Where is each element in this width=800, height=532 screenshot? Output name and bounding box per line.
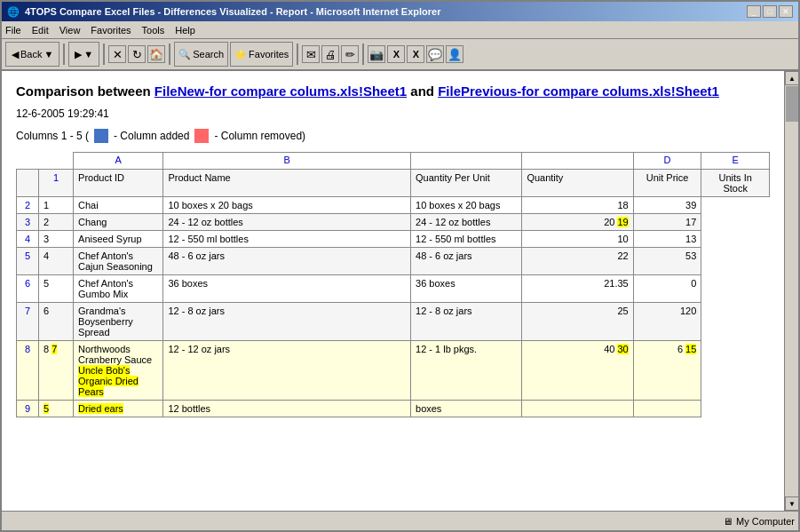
menu-favorites[interactable]: Favorites bbox=[91, 25, 131, 36]
row-3-d-value: 20 bbox=[604, 217, 617, 227]
toolbar-separator bbox=[63, 44, 65, 65]
table-row: 8 8 7 Northwoods Cranberry Sauce Uncle B… bbox=[17, 341, 770, 401]
back-arrow-icon: ◀ bbox=[12, 49, 19, 60]
row-4-e: 13 bbox=[633, 231, 701, 248]
menu-file[interactable]: File bbox=[5, 25, 21, 36]
column-name-row: 1 Product ID Product Name Quantity Per U… bbox=[17, 170, 770, 197]
icon-b1[interactable]: X bbox=[387, 45, 405, 63]
row-9-e bbox=[633, 401, 701, 417]
col-e-header: E bbox=[701, 153, 770, 170]
row-4-c2: 12 - 550 ml bottles bbox=[411, 231, 522, 248]
status-bar: 🖥 My Computer bbox=[2, 511, 798, 530]
units-in-stock-header: Units In Stock bbox=[701, 170, 770, 197]
scroll-down-button[interactable]: ▼ bbox=[785, 496, 798, 511]
page-title: Comparison between FileNew-for compare c… bbox=[16, 82, 770, 100]
row-4-d: 10 bbox=[522, 231, 633, 248]
menu-help[interactable]: Help bbox=[175, 25, 195, 36]
row-3-d-highlight: 19 bbox=[617, 217, 628, 227]
row-8-a: 8 7 bbox=[39, 341, 74, 401]
legend-added-text: - Column added bbox=[114, 130, 189, 142]
table-row: 7 6 Grandma's Boysenberry Spread 12 - 8 … bbox=[17, 303, 770, 341]
row-3-c1: 24 - 12 oz bottles bbox=[163, 214, 411, 231]
forward-dropdown-icon: ▼ bbox=[83, 49, 93, 60]
status-right: 🖥 My Computer bbox=[723, 516, 795, 527]
quantity-header: Quantity bbox=[522, 170, 633, 197]
row-5-d: 22 bbox=[522, 248, 633, 275]
table-row: 5 4 Chef Anton's Cajun Seasoning 48 - 6 … bbox=[17, 248, 770, 275]
row-6-a: 5 bbox=[39, 275, 74, 303]
comparison-prefix: Comparison between bbox=[16, 83, 154, 99]
toolbar-separator-5 bbox=[362, 44, 364, 65]
table-row: 9 5 Dried ears 12 bottles boxes bbox=[17, 401, 770, 417]
row-9-c2: boxes bbox=[411, 401, 522, 417]
row-4-c1: 12 - 550 ml bottles bbox=[163, 231, 411, 248]
row-4-a: 3 bbox=[39, 231, 74, 248]
scroll-up-button[interactable]: ▲ bbox=[785, 71, 798, 85]
stop-button[interactable]: ✕ bbox=[108, 45, 126, 63]
search-icon: 🔍 bbox=[178, 49, 191, 60]
file-new-link[interactable]: FileNew-for compare colums.xls!Sheet1 bbox=[154, 83, 407, 99]
media-button[interactable]: 📷 bbox=[368, 45, 385, 63]
minimize-button[interactable]: _ bbox=[747, 5, 761, 18]
row-8-d-highlight: 30 bbox=[617, 344, 628, 354]
row-6-e: 0 bbox=[633, 275, 701, 303]
window-controls: _ □ ✕ bbox=[747, 5, 793, 18]
row-7-e: 120 bbox=[633, 303, 701, 341]
row-9-c1: 12 bottles bbox=[163, 401, 411, 417]
menu-view[interactable]: View bbox=[59, 25, 81, 36]
row-3-b: Chang bbox=[74, 214, 163, 231]
mail-button[interactable]: ✉ bbox=[302, 45, 320, 63]
row-8-a-value: 8 bbox=[44, 344, 51, 354]
app-icon: 🌐 bbox=[7, 6, 20, 18]
toolbar-separator-3 bbox=[169, 44, 170, 65]
toolbar-separator-2 bbox=[103, 44, 105, 65]
title-bar: 🌐 4TOPS Compare Excel Files - Difference… bbox=[2, 2, 798, 21]
favorites-button[interactable]: ⭐ Favorites bbox=[230, 42, 293, 67]
row-num-6: 6 bbox=[17, 275, 39, 303]
icon-b4[interactable]: 👤 bbox=[446, 45, 463, 63]
close-button[interactable]: ✕ bbox=[779, 5, 793, 18]
title-bar-text: 🌐 4TOPS Compare Excel Files - Difference… bbox=[7, 6, 440, 18]
scrollbar[interactable]: ▲ ▼ bbox=[784, 71, 798, 511]
icon-b2[interactable]: X bbox=[407, 45, 424, 63]
column-letter-row: A B C C D E bbox=[17, 153, 770, 170]
row-8-b-main: Northwoods Cranberry Sauce bbox=[78, 344, 152, 365]
row-8-d-value: 40 bbox=[604, 344, 617, 354]
table-row: 6 5 Chef Anton's Gumbo Mix 36 boxes 36 b… bbox=[17, 275, 770, 303]
col-b-header: B bbox=[163, 153, 411, 170]
home-button[interactable]: 🏠 bbox=[147, 45, 165, 63]
row-7-c1: 12 - 8 oz jars bbox=[163, 303, 411, 341]
refresh-button[interactable]: ↻ bbox=[128, 45, 146, 63]
icon-b3[interactable]: 💬 bbox=[426, 45, 444, 63]
computer-icon: 🖥 bbox=[723, 516, 733, 527]
back-button[interactable]: ◀ Back ▼ bbox=[5, 42, 59, 67]
row-6-b: Chef Anton's Gumbo Mix bbox=[74, 275, 163, 303]
row-8-e: 6 15 bbox=[633, 341, 701, 401]
menu-edit[interactable]: Edit bbox=[32, 25, 49, 36]
row-3-e: 17 bbox=[633, 214, 701, 231]
row-5-c1: 48 - 6 oz jars bbox=[163, 248, 411, 275]
back-dropdown-icon: ▼ bbox=[44, 49, 53, 60]
menu-tools[interactable]: Tools bbox=[142, 25, 165, 36]
row-7-b: Grandma's Boysenberry Spread bbox=[74, 303, 163, 341]
empty-header-0 bbox=[17, 153, 39, 170]
print-button[interactable]: 🖨 bbox=[321, 45, 339, 63]
row-num-7: 7 bbox=[17, 303, 39, 341]
comparison-mid: and bbox=[410, 83, 438, 99]
col-d-header: D bbox=[633, 153, 701, 170]
row-8-c2: 12 - 1 lb pkgs. bbox=[411, 341, 522, 401]
scroll-thumb[interactable] bbox=[786, 86, 798, 122]
forward-button[interactable]: ▶ ▼ bbox=[68, 42, 99, 67]
row-num-header bbox=[17, 170, 39, 197]
legend-text: Columns 1 - 5 ( bbox=[16, 130, 89, 142]
file-previous-link[interactable]: FilePrevious-for compare colums.xls!Shee… bbox=[438, 83, 719, 99]
row-6-d: 21.35 bbox=[522, 275, 633, 303]
star-icon: ⭐ bbox=[234, 49, 247, 60]
row-2-b: Chai bbox=[74, 197, 163, 214]
maximize-button[interactable]: □ bbox=[763, 5, 777, 18]
qty-per-unit-header: Quantity Per Unit bbox=[411, 170, 522, 197]
row-8-d: 40 30 bbox=[522, 341, 633, 401]
legend-removed-text: - Column removed) bbox=[214, 130, 305, 142]
edit-button[interactable]: ✏ bbox=[341, 45, 359, 63]
search-button[interactable]: 🔍 Search bbox=[174, 42, 228, 67]
